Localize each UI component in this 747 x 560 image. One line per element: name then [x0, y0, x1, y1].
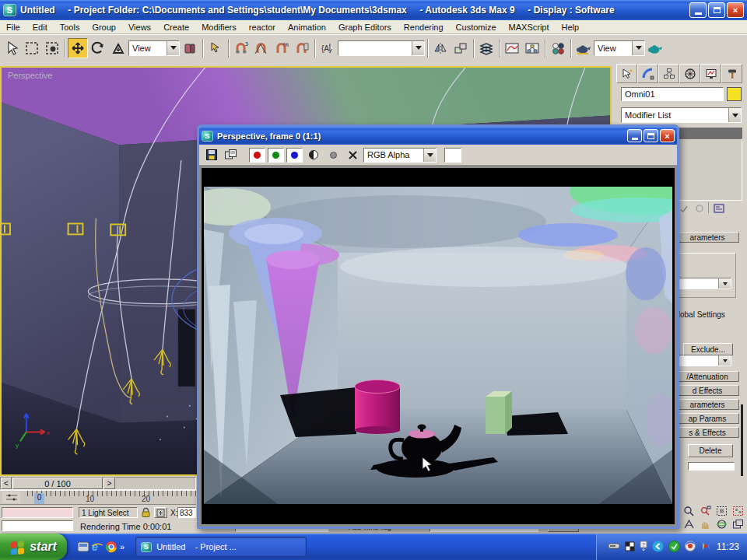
tray-icon-media[interactable] — [652, 541, 664, 554]
use-pivot-center-button[interactable] — [180, 38, 200, 58]
edit-named-selections-button[interactable]: {A} — [317, 38, 338, 58]
menu-tools[interactable]: Tools — [54, 23, 86, 32]
absolute-mode-toggle[interactable] — [154, 507, 167, 518]
menu-edit[interactable]: Edit — [26, 23, 54, 32]
object-color-swatch[interactable] — [727, 87, 742, 101]
effect-list-field[interactable] — [688, 462, 735, 471]
snaps-toggle-button[interactable]: 3 — [231, 38, 251, 58]
modifier-list-combo[interactable]: Modifier List — [621, 107, 742, 123]
select-and-move-button[interactable] — [68, 38, 88, 58]
render-close-button[interactable]: × — [660, 129, 675, 142]
tab-hierarchy[interactable] — [658, 64, 679, 83]
x-coordinate-field[interactable]: 833 — [177, 507, 196, 518]
tab-create[interactable] — [616, 64, 637, 83]
close-button[interactable]: × — [727, 2, 744, 18]
rollout-shadow-map-params[interactable]: ap Params — [675, 413, 739, 424]
tray-icon-antivirus[interactable] — [668, 541, 680, 554]
titlebar[interactable]: S Untitled - Project Folder: C:\Document… — [0, 0, 747, 20]
object-name-field[interactable]: Omni01 — [621, 87, 724, 101]
mirror-button[interactable] — [430, 38, 451, 58]
rollout-general-parameters[interactable]: arameters — [675, 232, 739, 243]
reference-coordinate-combo[interactable]: View — [128, 40, 180, 56]
tray-icon-device[interactable] — [608, 541, 620, 552]
combo-arrow-icon[interactable] — [718, 355, 731, 366]
time-marker-current[interactable]: 0 — [34, 493, 44, 504]
task-button-3dsmax[interactable]: S Untitled - Project ... — [135, 537, 307, 557]
combo-arrow-icon[interactable] — [718, 278, 731, 289]
menu-create[interactable]: Create — [157, 23, 195, 32]
alpha-channel-button[interactable] — [305, 147, 322, 163]
tab-motion[interactable] — [679, 64, 700, 83]
select-and-manipulate-button[interactable] — [205, 38, 226, 58]
zoom-button[interactable] — [681, 505, 696, 517]
red-channel-button[interactable] — [249, 148, 265, 163]
time-slider-grip[interactable]: 0 / 100 — [12, 478, 103, 489]
taskbar-clock[interactable]: 11:23 — [717, 541, 739, 552]
render-maximize-button[interactable] — [644, 129, 658, 142]
shadow-type-combo[interactable] — [677, 355, 731, 366]
time-slider-prev-button[interactable]: < — [1, 478, 12, 489]
render-minimize-button[interactable] — [627, 129, 642, 142]
maximize-viewport-toggle[interactable] — [730, 518, 745, 530]
restore-button[interactable] — [708, 2, 725, 18]
clear-button[interactable] — [344, 147, 361, 163]
tray-icon-browser[interactable] — [685, 541, 696, 553]
render-window-titlebar[interactable]: S Perspective, frame 0 (1:1) × — [199, 127, 677, 145]
combo-arrow-icon[interactable] — [167, 41, 179, 55]
pan-button[interactable] — [697, 518, 713, 530]
select-object-button[interactable] — [2, 38, 22, 58]
tab-modify[interactable] — [637, 64, 658, 83]
menu-maxscript[interactable]: MAXScript — [503, 23, 556, 32]
layer-manager-button[interactable] — [476, 38, 496, 58]
quicklaunch-chrome-icon[interactable] — [104, 540, 118, 554]
track-bar[interactable]: 0 10 20 — [0, 490, 196, 504]
make-unique-button[interactable] — [693, 202, 706, 215]
spinner-snap-toggle-button[interactable] — [292, 38, 312, 58]
rollout-shadow-parameters[interactable]: arameters — [675, 399, 739, 410]
clone-rendered-frame-button[interactable] — [223, 147, 240, 163]
render-setup-button[interactable] — [573, 38, 594, 58]
zoom-extents-all-button[interactable] — [730, 505, 745, 517]
menu-file[interactable]: File — [0, 23, 26, 32]
quicklaunch-app-icon[interactable] — [76, 540, 90, 554]
menu-views[interactable]: Views — [122, 23, 157, 32]
tab-display[interactable] — [700, 64, 721, 83]
tray-icon-display[interactable] — [625, 541, 635, 553]
maxscript-mini-listener-white[interactable] — [2, 520, 73, 531]
clear-color-swatch[interactable] — [444, 148, 461, 163]
mini-curve-editor-button[interactable] — [2, 492, 20, 503]
save-bitmap-button[interactable] — [203, 147, 220, 163]
light-type-combo[interactable] — [677, 278, 731, 289]
schematic-view-button[interactable] — [522, 38, 542, 58]
delete-effect-button[interactable]: Delete — [688, 444, 733, 457]
menu-animation[interactable]: Animation — [282, 23, 332, 32]
green-channel-button[interactable] — [268, 148, 284, 163]
blue-channel-button[interactable] — [286, 148, 303, 163]
combo-arrow-icon[interactable] — [632, 41, 644, 55]
rollout-intensity-attenuation[interactable]: /Attenuation — [675, 371, 739, 382]
monochrome-button[interactable] — [324, 147, 342, 163]
render-type-combo[interactable]: View — [594, 40, 645, 56]
panel-scrollbar[interactable] — [741, 404, 743, 476]
menu-modifiers[interactable]: Modifiers — [195, 23, 243, 32]
material-editor-button[interactable] — [548, 38, 568, 58]
rollout-advanced-effects[interactable]: d Effects — [675, 385, 739, 396]
configure-modifier-sets-button[interactable] — [711, 202, 726, 215]
named-selection-combo[interactable] — [338, 40, 425, 56]
quicklaunch-ie-icon[interactable]: e — [90, 540, 104, 554]
align-button[interactable] — [451, 38, 471, 58]
tab-utilities[interactable] — [721, 64, 742, 83]
combo-arrow-icon[interactable] — [423, 149, 436, 162]
quicklaunch-overflow-chevron[interactable]: » — [120, 542, 124, 551]
time-slider-next-button[interactable]: > — [103, 478, 115, 489]
menu-help[interactable]: Help — [556, 23, 586, 32]
combo-arrow-icon[interactable] — [412, 41, 424, 55]
exclude-button[interactable]: Exclude... — [683, 343, 733, 355]
menu-reactor[interactable]: reactor — [243, 23, 282, 32]
tray-icon-messenger[interactable] — [700, 541, 712, 553]
selection-lock-toggle[interactable] — [141, 507, 151, 520]
curve-editor-button[interactable] — [502, 38, 522, 58]
window-crossing-button[interactable] — [42, 38, 62, 58]
maxscript-mini-listener-pink[interactable] — [2, 507, 73, 518]
start-button[interactable]: start — [0, 534, 67, 560]
